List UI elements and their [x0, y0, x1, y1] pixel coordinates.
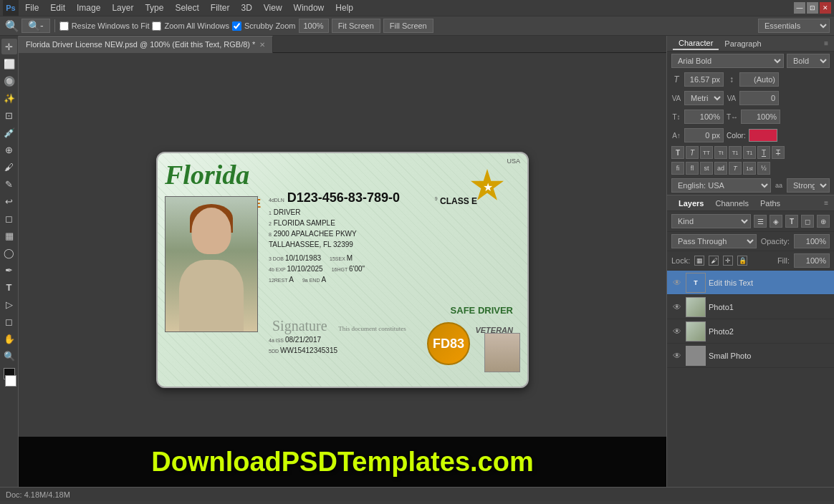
tab-paths[interactable]: Paths — [754, 198, 786, 209]
fit-screen-button[interactable]: Fit Screen — [332, 19, 380, 33]
tool-type[interactable]: T — [1, 279, 17, 295]
tool-eraser[interactable]: ◻ — [1, 210, 17, 226]
menu-window[interactable]: Window — [289, 1, 330, 14]
tool-hand[interactable]: ✋ — [1, 331, 17, 346]
panel-collapse-btn[interactable]: ≡ — [824, 39, 828, 47]
layer-visibility-photo1[interactable]: 👁 — [671, 301, 683, 313]
leading-input[interactable] — [739, 72, 779, 87]
italic-btn[interactable]: T — [686, 146, 699, 159]
tool-gradient[interactable]: ▦ — [1, 228, 17, 243]
layer-item-small-photo[interactable]: 👁 Small Photo — [667, 344, 834, 368]
sup2-btn[interactable]: 1st — [743, 162, 756, 175]
tab-paragraph[interactable]: Paragraph — [719, 38, 767, 49]
font-size-input[interactable] — [684, 72, 724, 87]
tool-healing[interactable]: ⊕ — [1, 142, 17, 158]
bold-btn[interactable]: T — [671, 146, 684, 159]
font-family-select[interactable]: Arial Bold — [671, 54, 784, 68]
zoom-out-btn[interactable]: 🔍- — [21, 19, 50, 33]
canvas-scroll-area[interactable]: USA Florida DRIVER LICENSE ★ — [19, 53, 666, 487]
ordinal-btn[interactable]: st — [700, 162, 713, 175]
menu-type[interactable]: Type — [140, 1, 168, 14]
zoom-all-check[interactable]: Zoom All Windows — [152, 21, 229, 31]
tool-pen[interactable]: ✒ — [1, 262, 17, 278]
fill-screen-button[interactable]: Fill Screen — [383, 19, 433, 33]
ordinal2-btn[interactable]: ad — [714, 162, 727, 175]
tab-channels[interactable]: Channels — [709, 198, 754, 209]
menu-layer[interactable]: Layer — [107, 1, 138, 14]
language-select[interactable]: English: USA — [671, 178, 771, 193]
frac-btn[interactable]: ½ — [757, 162, 770, 175]
tool-lasso[interactable]: 🔘 — [1, 73, 17, 89]
tab-layers[interactable]: Layers — [673, 198, 709, 209]
menu-help[interactable]: Help — [330, 1, 358, 14]
layer-item-photo2[interactable]: 👁 Photo2 — [667, 319, 834, 344]
all-caps-btn[interactable]: TT — [700, 146, 713, 159]
layer-visibility-edit-text[interactable]: 👁 — [671, 277, 683, 289]
layer-item-photo1[interactable]: 👁 Photo1 — [667, 295, 834, 319]
workspace-selector[interactable]: Essentials — [758, 19, 830, 33]
opacity-input[interactable] — [794, 234, 830, 248]
zoom-in-btn[interactable]: 🔍 — [4, 18, 20, 34]
filter-adjust-btn[interactable]: ◈ — [770, 215, 782, 228]
menu-file[interactable]: File — [20, 1, 44, 14]
superscript-btn[interactable]: T1 — [729, 146, 742, 159]
background-color[interactable] — [5, 375, 16, 387]
tool-dodge[interactable]: ◯ — [1, 245, 17, 261]
v-scale-input[interactable] — [684, 110, 724, 124]
tab-character[interactable]: Character — [673, 37, 719, 50]
menu-3d[interactable]: 3D — [236, 1, 257, 14]
zoom-all-checkbox[interactable] — [152, 21, 161, 31]
menu-image[interactable]: Image — [72, 1, 105, 14]
subscript-btn[interactable]: T1 — [743, 146, 756, 159]
tool-brush[interactable]: 🖌 — [1, 159, 17, 175]
tracking-input[interactable] — [739, 91, 779, 105]
minimize-button[interactable]: — — [794, 2, 805, 14]
tool-magic-wand[interactable]: ✨ — [1, 90, 17, 106]
tool-history[interactable]: ↩ — [1, 193, 17, 209]
lock-image-btn[interactable]: 🖌 — [709, 256, 719, 266]
resize-windows-checkbox[interactable] — [59, 21, 69, 31]
restore-button[interactable]: ⊡ — [807, 2, 818, 14]
fill-input[interactable] — [794, 253, 830, 268]
lock-all-btn[interactable]: 🔒 — [737, 256, 747, 266]
strikethrough-btn[interactable]: T — [772, 146, 785, 159]
tool-zoom[interactable]: 🔍 — [1, 348, 17, 364]
lock-position-btn[interactable]: ✛ — [723, 256, 733, 266]
tool-eyedropper[interactable]: 💉 — [1, 125, 17, 140]
resize-windows-check[interactable]: Resize Windows to Fit — [59, 21, 150, 31]
color-swatch[interactable] — [749, 129, 777, 142]
underline-btn[interactable]: T — [757, 146, 770, 159]
tool-path-select[interactable]: ▷ — [1, 296, 17, 312]
tool-move[interactable]: ✛ — [1, 39, 17, 54]
filter-shape-btn[interactable]: ◻ — [801, 215, 814, 228]
layers-collapse-btn[interactable]: ≡ — [824, 199, 828, 207]
lock-transparent-btn[interactable]: ▦ — [694, 256, 704, 266]
italic3-btn[interactable]: T — [729, 162, 742, 175]
blend-mode-select[interactable]: Pass Through — [671, 234, 757, 248]
layer-item-edit-text[interactable]: 👁 T Edit this Text — [667, 271, 834, 295]
baseline-input[interactable] — [684, 128, 724, 142]
tool-marquee[interactable]: ⬜ — [1, 56, 17, 72]
anti-alias-select[interactable]: Strong — [787, 178, 830, 193]
tool-shape[interactable]: ◻ — [1, 314, 17, 329]
kerning-select[interactable]: Metrics — [684, 91, 724, 105]
small-caps-btn[interactable]: Tt — [714, 146, 727, 159]
filter-type-btn[interactable]: T — [785, 215, 798, 228]
h-scale-input[interactable] — [741, 110, 780, 124]
filter-pixel-btn[interactable]: ☰ — [754, 215, 767, 228]
kind-select[interactable]: Kind — [671, 214, 751, 228]
menu-view[interactable]: View — [259, 1, 287, 14]
scrubby-checkbox[interactable] — [232, 21, 241, 31]
ligature2-btn[interactable]: fl — [686, 162, 699, 175]
layer-visibility-photo2[interactable]: 👁 — [671, 326, 683, 337]
fi-ligature-btn[interactable]: fi — [671, 162, 684, 175]
menu-select[interactable]: Select — [170, 1, 203, 14]
document-tab[interactable]: Florida Driver License NEW.psd @ 100% (E… — [19, 36, 273, 53]
layer-visibility-small-photo[interactable]: 👁 — [671, 350, 683, 362]
scrubby-check[interactable]: Scrubby Zoom — [232, 21, 296, 31]
menu-edit[interactable]: Edit — [45, 1, 70, 14]
tool-clone[interactable]: ✎ — [1, 176, 17, 192]
font-style-select[interactable]: Bold — [787, 54, 830, 68]
tool-crop[interactable]: ⊡ — [1, 107, 17, 123]
filter-smart-btn[interactable]: ⊕ — [817, 215, 830, 228]
